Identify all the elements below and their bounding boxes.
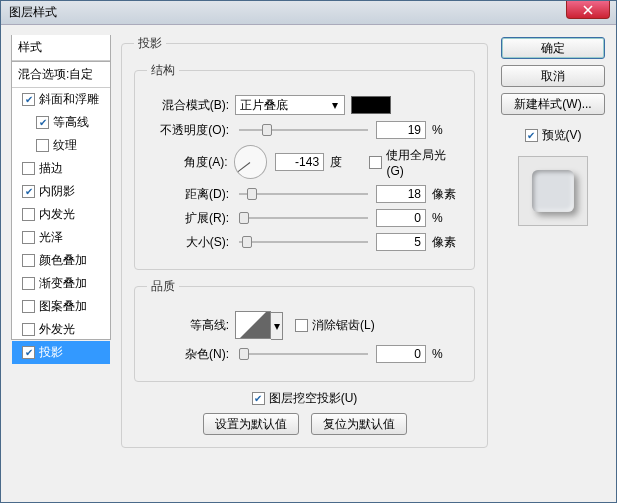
style-item-label: 等高线 (53, 114, 89, 131)
dropshadow-fieldset: 投影 结构 混合模式(B): 正片叠底 ▾ 不透明度(O): (121, 35, 488, 448)
style-item-label: 渐变叠加 (39, 275, 87, 292)
style-item-7[interactable]: 颜色叠加 (12, 249, 110, 272)
antialias-label: 消除锯齿(L) (312, 317, 375, 334)
preview-label: 预览(V) (542, 127, 582, 144)
distance-label: 距离(D): (147, 186, 235, 203)
style-item-0[interactable]: 斜面和浮雕 (12, 88, 110, 111)
distance-slider[interactable] (239, 185, 368, 203)
noise-label: 杂色(N): (147, 346, 235, 363)
style-item-2[interactable]: 纹理 (12, 134, 110, 157)
chevron-down-icon: ▾ (328, 98, 342, 112)
checkbox-icon (22, 346, 35, 359)
quality-fieldset: 品质 等高线: ▾ 消除锯齿(L) 杂色(N): (134, 278, 475, 382)
opacity-label: 不透明度(O): (147, 122, 235, 139)
globallight-checkbox[interactable]: 使用全局光(G) (369, 147, 462, 178)
style-item-label: 外发光 (39, 321, 75, 338)
antialias-checkbox[interactable]: 消除锯齿(L) (295, 317, 375, 334)
style-item-8[interactable]: 渐变叠加 (12, 272, 110, 295)
checkbox-icon (369, 156, 382, 169)
styles-list: 样式 混合选项:自定 斜面和浮雕等高线纹理描边内阴影内发光光泽颜色叠加渐变叠加图… (11, 35, 111, 340)
spread-label: 扩展(R): (147, 210, 235, 227)
checkbox-icon (36, 116, 49, 129)
settings-column: 投影 结构 混合模式(B): 正片叠底 ▾ 不透明度(O): (121, 35, 488, 492)
noise-unit: % (432, 347, 462, 361)
layer-style-dialog: 图层样式 样式 混合选项:自定 斜面和浮雕等高线纹理描边内阴影内发光光泽颜色叠加… (0, 0, 617, 503)
size-input[interactable]: 5 (376, 233, 426, 251)
structure-fieldset: 结构 混合模式(B): 正片叠底 ▾ 不透明度(O): 19 % (134, 62, 475, 270)
close-icon (583, 5, 593, 15)
checkbox-icon (22, 323, 35, 336)
structure-legend: 结构 (147, 62, 179, 79)
styles-header[interactable]: 样式 (12, 35, 110, 61)
style-item-1[interactable]: 等高线 (12, 111, 110, 134)
checkbox-icon (36, 139, 49, 152)
style-item-10[interactable]: 外发光 (12, 318, 110, 341)
titlebar[interactable]: 图层样式 (1, 1, 616, 25)
checkbox-icon (22, 300, 35, 313)
noise-input[interactable]: 0 (376, 345, 426, 363)
style-item-5[interactable]: 内发光 (12, 203, 110, 226)
right-column: 确定 取消 新建样式(W)... 预览(V) (498, 35, 608, 492)
knockout-checkbox[interactable]: 图层挖空投影(U) (252, 390, 358, 407)
spread-unit: % (432, 211, 462, 225)
cancel-button[interactable]: 取消 (501, 65, 605, 87)
spread-input[interactable]: 0 (376, 209, 426, 227)
style-item-label: 投影 (39, 344, 63, 361)
set-default-button[interactable]: 设置为默认值 (203, 413, 299, 435)
style-item-9[interactable]: 图案叠加 (12, 295, 110, 318)
styles-column: 样式 混合选项:自定 斜面和浮雕等高线纹理描边内阴影内发光光泽颜色叠加渐变叠加图… (11, 35, 111, 492)
style-item-label: 图案叠加 (39, 298, 87, 315)
size-slider[interactable] (239, 233, 368, 251)
blendmode-combo[interactable]: 正片叠底 ▾ (235, 95, 345, 115)
window-title: 图层样式 (9, 4, 57, 21)
style-item-label: 内阴影 (39, 183, 75, 200)
checkbox-icon (22, 185, 35, 198)
contour-label: 等高线: (147, 317, 235, 334)
globallight-label: 使用全局光(G) (386, 147, 462, 178)
reset-default-button[interactable]: 复位为默认值 (311, 413, 407, 435)
checkbox-icon (525, 129, 538, 142)
distance-input[interactable]: 18 (376, 185, 426, 203)
style-item-label: 斜面和浮雕 (39, 91, 99, 108)
opacity-slider[interactable] (239, 121, 368, 139)
ok-button[interactable]: 确定 (501, 37, 605, 59)
checkbox-icon (22, 162, 35, 175)
quality-legend: 品质 (147, 278, 179, 295)
style-item-3[interactable]: 描边 (12, 157, 110, 180)
checkbox-icon (22, 277, 35, 290)
angle-input[interactable]: -143 (275, 153, 324, 171)
style-item-label: 光泽 (39, 229, 63, 246)
distance-unit: 像素 (432, 186, 462, 203)
chevron-down-icon: ▾ (271, 312, 283, 340)
style-item-label: 颜色叠加 (39, 252, 87, 269)
shadow-color-swatch[interactable] (351, 96, 391, 114)
angle-label: 角度(A): (147, 154, 234, 171)
blendopts-header[interactable]: 混合选项:自定 (12, 61, 110, 88)
preview-swatch (518, 156, 588, 226)
knockout-label: 图层挖空投影(U) (269, 390, 358, 407)
blendmode-label: 混合模式(B): (147, 97, 235, 114)
style-item-label: 纹理 (53, 137, 77, 154)
panel-title: 投影 (134, 35, 166, 52)
size-unit: 像素 (432, 234, 462, 251)
preview-checkbox[interactable]: 预览(V) (525, 127, 582, 144)
contour-picker[interactable]: ▾ (235, 311, 271, 339)
style-item-6[interactable]: 光泽 (12, 226, 110, 249)
style-item-11[interactable]: 投影 (12, 341, 110, 364)
checkbox-icon (295, 319, 308, 332)
angle-dial[interactable] (234, 145, 267, 179)
style-item-4[interactable]: 内阴影 (12, 180, 110, 203)
size-label: 大小(S): (147, 234, 235, 251)
style-item-label: 内发光 (39, 206, 75, 223)
close-button[interactable] (566, 1, 610, 19)
spread-slider[interactable] (239, 209, 368, 227)
checkbox-icon (22, 93, 35, 106)
noise-slider[interactable] (239, 345, 368, 363)
checkbox-icon (22, 254, 35, 267)
checkbox-icon (252, 392, 265, 405)
checkbox-icon (22, 231, 35, 244)
blendmode-value: 正片叠底 (240, 97, 288, 114)
angle-unit: 度 (330, 154, 359, 171)
new-style-button[interactable]: 新建样式(W)... (501, 93, 605, 115)
opacity-input[interactable]: 19 (376, 121, 426, 139)
